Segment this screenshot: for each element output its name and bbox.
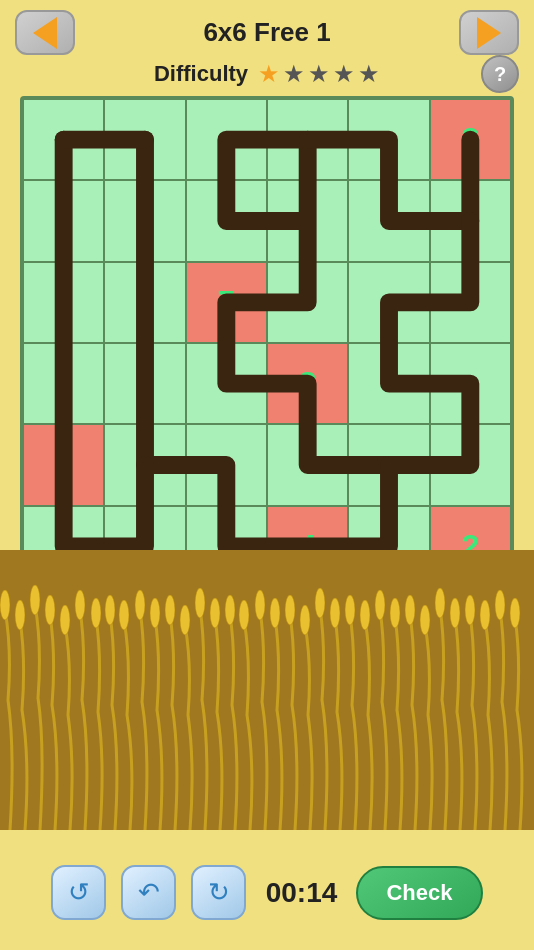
- svg-point-15: [210, 598, 220, 628]
- cell-2-1[interactable]: [104, 262, 185, 343]
- star-4: ★: [333, 60, 355, 88]
- difficulty-label: Difficulty: [154, 61, 248, 87]
- svg-point-26: [375, 590, 385, 620]
- cell-3-2[interactable]: [186, 343, 267, 424]
- svg-point-5: [60, 605, 70, 635]
- svg-point-13: [180, 605, 190, 635]
- svg-point-35: [510, 598, 520, 628]
- redo-icon: ↻: [208, 877, 230, 908]
- redo-button[interactable]: ↻: [191, 865, 246, 920]
- cell-1-0[interactable]: [23, 180, 104, 261]
- star-5: ★: [358, 60, 380, 88]
- svg-point-31: [450, 598, 460, 628]
- check-button[interactable]: Check: [356, 866, 482, 920]
- svg-point-21: [300, 605, 310, 635]
- forward-button[interactable]: [459, 10, 519, 55]
- cell-2-5[interactable]: [430, 262, 511, 343]
- svg-point-19: [270, 598, 280, 628]
- svg-point-22: [315, 588, 325, 618]
- back-arrow-icon: [33, 17, 57, 49]
- svg-point-23: [330, 598, 340, 628]
- cell-1-4[interactable]: [348, 180, 429, 261]
- undo-button[interactable]: ↺: [51, 865, 106, 920]
- cell-4-3[interactable]: [267, 424, 348, 505]
- cell-2-3[interactable]: [267, 262, 348, 343]
- svg-point-27: [390, 598, 400, 628]
- game-board: 3 7 8 8 4 2: [23, 99, 511, 587]
- svg-point-18: [255, 590, 265, 620]
- cell-3-5[interactable]: [430, 343, 511, 424]
- timer-display: 00:14: [261, 877, 341, 909]
- cell-1-1[interactable]: [104, 180, 185, 261]
- svg-point-4: [45, 595, 55, 625]
- svg-point-24: [345, 595, 355, 625]
- svg-point-6: [75, 590, 85, 620]
- undo-step-button[interactable]: ↶: [121, 865, 176, 920]
- svg-point-1: [0, 590, 10, 620]
- cell-4-0[interactable]: 8: [23, 424, 104, 505]
- svg-point-30: [435, 588, 445, 618]
- cell-1-3[interactable]: [267, 180, 348, 261]
- svg-point-8: [105, 595, 115, 625]
- svg-point-20: [285, 595, 295, 625]
- svg-point-32: [465, 595, 475, 625]
- cell-4-1[interactable]: [104, 424, 185, 505]
- cell-0-0[interactable]: [23, 99, 104, 180]
- star-2: ★: [283, 60, 305, 88]
- cell-3-1[interactable]: [104, 343, 185, 424]
- grass-area: [0, 550, 534, 830]
- difficulty-row: Difficulty ★ ★ ★ ★ ★ ?: [0, 60, 534, 88]
- top-bar: 6x6 Free 1: [0, 0, 534, 60]
- svg-point-17: [239, 600, 249, 630]
- cell-0-3[interactable]: [267, 99, 348, 180]
- forward-arrow-icon: [477, 17, 501, 49]
- svg-point-29: [420, 605, 430, 635]
- help-button[interactable]: ?: [481, 55, 519, 93]
- cell-2-2[interactable]: 7: [186, 262, 267, 343]
- svg-point-11: [150, 598, 160, 628]
- svg-point-10: [135, 590, 145, 620]
- cell-4-4[interactable]: [348, 424, 429, 505]
- puzzle-title: 6x6 Free 1: [203, 17, 330, 48]
- cell-2-4[interactable]: [348, 262, 429, 343]
- svg-point-2: [15, 600, 25, 630]
- svg-point-3: [30, 585, 40, 615]
- cell-3-3[interactable]: 8: [267, 343, 348, 424]
- back-button[interactable]: [15, 10, 75, 55]
- cell-4-2[interactable]: [186, 424, 267, 505]
- undo-icon: ↺: [68, 877, 90, 908]
- star-1: ★: [258, 60, 280, 88]
- cell-1-5[interactable]: [430, 180, 511, 261]
- svg-point-12: [165, 595, 175, 625]
- cell-0-5[interactable]: 3: [430, 99, 511, 180]
- grass-svg: [0, 550, 534, 830]
- cell-2-0[interactable]: [23, 262, 104, 343]
- stars-container: ★ ★ ★ ★ ★: [258, 60, 380, 88]
- board-container: 3 7 8 8 4 2: [20, 96, 514, 590]
- bottom-controls: ↺ ↶ ↻ 00:14 Check: [0, 865, 534, 920]
- svg-point-9: [119, 600, 129, 630]
- svg-point-16: [225, 595, 235, 625]
- svg-point-7: [91, 598, 101, 628]
- svg-point-28: [405, 595, 415, 625]
- cell-0-2[interactable]: [186, 99, 267, 180]
- svg-point-14: [195, 588, 205, 618]
- cell-4-5[interactable]: [430, 424, 511, 505]
- svg-point-25: [360, 600, 370, 630]
- svg-point-33: [480, 600, 490, 630]
- svg-point-34: [495, 590, 505, 620]
- cell-1-2[interactable]: [186, 180, 267, 261]
- cell-0-1[interactable]: [104, 99, 185, 180]
- cell-3-4[interactable]: [348, 343, 429, 424]
- star-3: ★: [308, 60, 330, 88]
- undo-step-icon: ↶: [138, 877, 160, 908]
- cell-3-0[interactable]: [23, 343, 104, 424]
- cell-0-4[interactable]: [348, 99, 429, 180]
